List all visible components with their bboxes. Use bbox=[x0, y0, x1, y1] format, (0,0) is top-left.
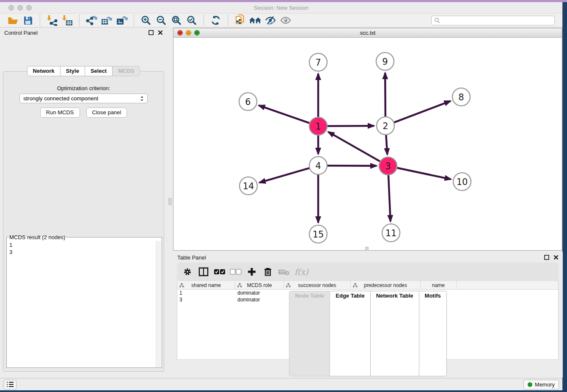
zoom-in-button[interactable] bbox=[138, 14, 154, 26]
horizontal-splitter-handle[interactable] bbox=[365, 247, 369, 250]
tab-mcds[interactable]: MCDS bbox=[113, 66, 140, 76]
main-toolbar bbox=[0, 14, 562, 28]
edge-3-1[interactable] bbox=[328, 132, 380, 161]
column-header-successor-nodes[interactable]: successor nodes bbox=[284, 281, 351, 289]
network-view-frame: ✕ − + scc.txt 1234678910111415 bbox=[173, 28, 562, 251]
table-options-button[interactable] bbox=[180, 265, 195, 279]
add-column-button[interactable] bbox=[245, 265, 259, 279]
export-table-button[interactable] bbox=[99, 14, 114, 26]
close-window-button[interactable] bbox=[8, 5, 14, 11]
delete-columns-button[interactable] bbox=[261, 265, 275, 279]
import-network-button[interactable] bbox=[44, 14, 60, 26]
import-table-button[interactable] bbox=[60, 14, 75, 26]
zoom-out-icon bbox=[156, 15, 167, 26]
graph-node-7[interactable]: 7 bbox=[309, 53, 327, 71]
edge-1-2[interactable] bbox=[328, 126, 374, 126]
tab-motifs[interactable]: Motifs bbox=[419, 291, 447, 376]
edge-4-3[interactable] bbox=[328, 166, 377, 166]
tab-select[interactable]: Select bbox=[85, 66, 113, 76]
toolbar-separator bbox=[79, 15, 80, 26]
edge-2-9[interactable] bbox=[385, 73, 385, 116]
result-scrollbar[interactable] bbox=[156, 241, 161, 367]
plus-icon bbox=[247, 267, 256, 276]
column-header-predecessor-nodes[interactable]: predecessor nodes bbox=[351, 281, 421, 289]
graph-node-10[interactable]: 10 bbox=[453, 173, 471, 190]
column-header-MCDS-role[interactable]: MCDS role bbox=[235, 281, 284, 289]
edge-1-6[interactable] bbox=[259, 105, 309, 123]
clone-network-button[interactable] bbox=[232, 14, 248, 26]
close-panel-button[interactable]: Close panel bbox=[86, 108, 127, 118]
graph-node-1[interactable]: 1 bbox=[309, 117, 327, 135]
eye-icon bbox=[280, 15, 292, 25]
search-input[interactable] bbox=[440, 17, 552, 23]
float-panel-icon[interactable] bbox=[149, 30, 154, 35]
graph-node-6[interactable]: 6 bbox=[239, 93, 257, 110]
zoom-fit-button[interactable] bbox=[169, 14, 184, 26]
node-label: 2 bbox=[383, 121, 388, 131]
frame-minimize-button[interactable]: − bbox=[186, 30, 191, 36]
graph-node-9[interactable]: 9 bbox=[376, 52, 394, 70]
graph-node-8[interactable]: 8 bbox=[452, 88, 470, 106]
zoom-in-icon bbox=[140, 15, 151, 26]
column-header-name[interactable]: name bbox=[421, 281, 457, 289]
tab-style[interactable]: Style bbox=[61, 66, 85, 76]
search-field[interactable] bbox=[431, 16, 555, 25]
close-panel-icon[interactable] bbox=[553, 255, 559, 260]
graph-node-2[interactable]: 2 bbox=[377, 117, 394, 135]
run-mcds-button[interactable]: Run MCDS bbox=[40, 108, 80, 118]
network-canvas[interactable]: 1234678910111415 bbox=[173, 38, 562, 250]
graph-node-3[interactable]: 3 bbox=[379, 157, 397, 175]
memory-button[interactable]: Memory bbox=[523, 380, 559, 389]
node-label: 7 bbox=[315, 58, 321, 68]
panel-splitter[interactable] bbox=[167, 27, 173, 378]
export-image-button[interactable] bbox=[114, 14, 129, 26]
tab-network[interactable]: Network bbox=[27, 66, 61, 76]
delete-table-button[interactable] bbox=[277, 265, 291, 279]
edge-3-10[interactable] bbox=[397, 168, 451, 179]
column-header-shared-name[interactable]: shared name bbox=[177, 281, 235, 289]
window-title: Session: New Session bbox=[0, 5, 562, 11]
edge-3-11[interactable] bbox=[388, 175, 391, 221]
graph-node-4[interactable]: 4 bbox=[309, 157, 327, 174]
node-label: 10 bbox=[457, 177, 468, 187]
control-panel: Control Panel NetworkStyleSelectMCDS Opt… bbox=[0, 27, 167, 378]
graph-node-15[interactable]: 15 bbox=[309, 225, 327, 243]
frame-maximize-button[interactable]: + bbox=[194, 30, 200, 36]
minimize-window-button[interactable] bbox=[17, 5, 23, 11]
close-panel-icon[interactable] bbox=[158, 30, 163, 35]
select-all-columns-button[interactable] bbox=[212, 265, 227, 279]
edge-2-3[interactable] bbox=[386, 135, 387, 155]
show-graphics-details-button[interactable] bbox=[278, 14, 293, 26]
edge-2-8[interactable] bbox=[394, 101, 451, 123]
zoom-window-button[interactable] bbox=[26, 5, 32, 11]
first-neighbors-button[interactable] bbox=[248, 14, 263, 26]
eye-slash-icon bbox=[264, 15, 276, 25]
tab-network-table[interactable]: Network Table bbox=[371, 291, 419, 376]
criterion-select[interactable]: strongly connected component bbox=[19, 94, 148, 103]
save-session-button[interactable] bbox=[20, 14, 36, 26]
node-label: 15 bbox=[313, 229, 324, 240]
frame-close-button[interactable]: ✕ bbox=[177, 30, 183, 36]
unselect-all-columns-button[interactable] bbox=[228, 265, 243, 279]
function-builder-button[interactable]: f(x) bbox=[293, 267, 308, 276]
export-table-icon bbox=[101, 15, 113, 26]
tab-edge-table[interactable]: Edge Table bbox=[330, 291, 370, 376]
float-panel-icon[interactable] bbox=[544, 255, 549, 260]
zoom-selected-button[interactable] bbox=[184, 14, 199, 26]
graph-node-14[interactable]: 14 bbox=[239, 177, 257, 195]
hide-panels-button[interactable] bbox=[263, 14, 278, 26]
search-icon bbox=[434, 17, 440, 23]
apply-layout-button[interactable] bbox=[208, 14, 223, 26]
open-session-button[interactable] bbox=[5, 14, 20, 26]
edge-4-14[interactable] bbox=[259, 168, 309, 182]
splitter-handle[interactable] bbox=[168, 198, 172, 205]
tab-node-table[interactable]: Node Table bbox=[289, 291, 330, 376]
trash-icon bbox=[263, 267, 272, 276]
graph-node-11[interactable]: 11 bbox=[382, 224, 400, 242]
zoom-out-button[interactable] bbox=[154, 14, 169, 26]
export-network-button[interactable] bbox=[84, 14, 99, 26]
attribute-type-icon bbox=[353, 283, 358, 287]
result-line: 1 bbox=[7, 241, 156, 248]
show-task-history-button[interactable] bbox=[3, 380, 17, 389]
show-column-panel-button[interactable] bbox=[196, 265, 211, 279]
